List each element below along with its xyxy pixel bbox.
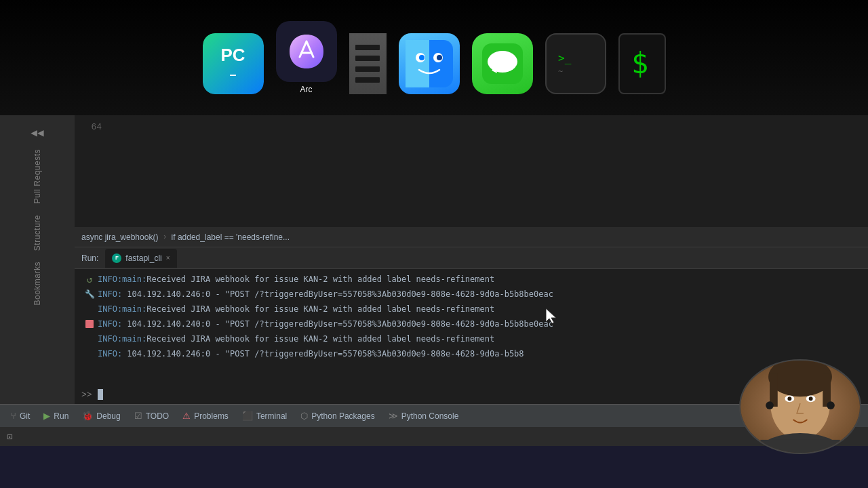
- code-editor: 64: [75, 115, 868, 227]
- code-content[interactable]: [108, 115, 868, 227]
- svg-point-24: [827, 401, 835, 409]
- rerun-icon[interactable]: ↺: [87, 274, 92, 285]
- prompt-symbol: >>: [81, 390, 92, 400]
- run-label: Run:: [81, 253, 98, 263]
- breadcrumb-bar: async jira_webhook() › if added_label ==…: [75, 227, 868, 247]
- dark-bottom: [0, 446, 868, 488]
- dock-item-arc[interactable]: Arc: [276, 21, 337, 94]
- dollar-icon: $: [618, 33, 666, 94]
- dock-item-finder[interactable]: [399, 33, 460, 94]
- dock-item-stacked[interactable]: [349, 33, 387, 94]
- toolbar-problems[interactable]: ⚠ Problems: [177, 407, 234, 425]
- terminal-icon: >_ ~: [545, 33, 606, 94]
- svg-point-20: [809, 396, 813, 401]
- dock-item-terminal[interactable]: >_ ~: [545, 33, 606, 94]
- toolbar-python-packages-label: Python Packages: [311, 411, 374, 421]
- console-gutter-4: [81, 320, 98, 328]
- dock-item-messages[interactable]: [472, 33, 533, 94]
- svg-point-6: [437, 55, 442, 60]
- line-numbers: 64: [75, 115, 108, 227]
- sidebar-tab-structure[interactable]: Structure: [30, 209, 45, 256]
- svg-point-23: [766, 401, 774, 409]
- webcam-face: [741, 361, 860, 453]
- console-line-4: INFO: 104.192.140.240:0 - "POST /?trigge…: [75, 317, 868, 331]
- expand-icon[interactable]: ⊡: [7, 431, 12, 443]
- todo-icon: ☑: [134, 411, 142, 421]
- console-line-3: INFO:main:Received JIRA webhook for issu…: [75, 302, 868, 317]
- wrench-icon: 🔧: [85, 289, 95, 300]
- console-gutter-2: 🔧: [81, 289, 98, 300]
- console-output: ↺ INFO:main:Received JIRA webhook for is…: [75, 269, 868, 396]
- console-line-6: INFO: 104.192.140.246:0 - "POST /?trigge…: [75, 346, 868, 361]
- toolbar-debug-label: Debug: [96, 411, 120, 421]
- breadcrumb-function: async jira_webhook(): [81, 232, 158, 242]
- bottom-toolbar: ⑂ Git ▶ Run 🐞 Debug ☑ TODO ⚠ Problems ⬛ …: [0, 404, 868, 427]
- git-icon: ⑂: [11, 411, 16, 421]
- svg-point-4: [419, 55, 425, 60]
- dock-items: PC– Arc: [189, 14, 679, 101]
- arc-label: Arc: [300, 85, 313, 94]
- run-tab-bar: Run: F fastapi_cli ×: [75, 247, 868, 269]
- toolbar-debug[interactable]: 🐞 Debug: [77, 407, 125, 425]
- console-text-5: INFO:main:Received JIRA webhook for issu…: [98, 334, 494, 344]
- dock-item-pycharm[interactable]: PC–: [203, 33, 264, 94]
- sidebar-tab-pull-requests[interactable]: Pull Requests: [30, 144, 45, 209]
- svg-text:>_: >_: [558, 52, 572, 64]
- console-text-4: INFO: 104.192.140.240:0 - "POST /?trigge…: [98, 319, 553, 329]
- svg-rect-2: [406, 40, 429, 87]
- console-line-2: 🔧 INFO: 104.192.140.246:0 - "POST /?trig…: [75, 287, 868, 302]
- console-line-5: INFO:main:Received JIRA webhook for issu…: [75, 331, 868, 346]
- console-text-3: INFO:main:Received JIRA webhook for issu…: [98, 304, 494, 314]
- python-packages-icon: ⬡: [300, 411, 308, 421]
- messages-icon: [472, 33, 533, 94]
- toolbar-run-label: Run: [54, 411, 68, 421]
- svg-text:$: $: [631, 47, 648, 80]
- prompt-cursor: [98, 389, 103, 400]
- stop-icon[interactable]: [85, 320, 94, 328]
- dock: PC– Arc: [0, 0, 868, 115]
- svg-text:~: ~: [558, 66, 563, 76]
- problems-icon: ⚠: [182, 411, 191, 421]
- console-text-2: INFO: 104.192.140.246:0 - "POST /?trigge…: [98, 289, 553, 299]
- toolbar-problems-label: Problems: [194, 411, 229, 421]
- run-icon: ▶: [43, 411, 50, 421]
- toolbar-python-console[interactable]: ≫ Python Console: [383, 407, 465, 425]
- toolbar-run[interactable]: ▶ Run: [38, 407, 74, 425]
- fastapi-icon: F: [112, 253, 121, 263]
- breadcrumb-condition: if added_label == 'needs-refine...: [172, 232, 290, 242]
- pycharm-icon: PC–: [203, 33, 264, 94]
- run-tab-close[interactable]: ×: [166, 254, 170, 262]
- svg-point-8: [488, 51, 517, 73]
- toolbar-todo-label: TODO: [146, 411, 169, 421]
- run-tab-name: fastapi_cli: [125, 253, 161, 263]
- console-gutter-1: ↺: [81, 274, 98, 285]
- finder-icon: [399, 33, 460, 94]
- sidebar-collapse-icon[interactable]: ◀◀: [31, 126, 43, 140]
- toolbar-python-packages[interactable]: ⬡ Python Packages: [295, 407, 380, 425]
- toolbar-git[interactable]: ⑂ Git: [5, 407, 35, 425]
- console-text-6: INFO: 104.192.140.246:0 - "POST /?trigge…: [98, 349, 524, 359]
- toolbar-todo[interactable]: ☑ TODO: [129, 407, 174, 425]
- python-console-icon: ≫: [389, 411, 398, 421]
- debug-icon: 🐞: [82, 411, 93, 421]
- sidebar-tab-bookmarks[interactable]: Bookmarks: [30, 256, 45, 311]
- dock-item-dollar[interactable]: $: [618, 33, 666, 94]
- toolbar-git-label: Git: [20, 411, 30, 421]
- status-bar: ⊡: [0, 427, 868, 446]
- toolbar-terminal[interactable]: ⬛ Terminal: [237, 407, 292, 425]
- toolbar-python-console-label: Python Console: [401, 411, 459, 421]
- arc-icon: [276, 21, 337, 82]
- terminal-toolbar-icon: ⬛: [242, 411, 253, 421]
- webcam-overlay: [739, 359, 861, 454]
- stacked-icon: [349, 33, 387, 94]
- toolbar-terminal-label: Terminal: [256, 411, 287, 421]
- run-tab-fastapi[interactable]: F fastapi_cli ×: [105, 249, 176, 268]
- line-number-64: 64: [75, 122, 102, 132]
- svg-point-19: [787, 396, 791, 401]
- console-line-1: ↺ INFO:main:Received JIRA webhook for is…: [75, 272, 868, 287]
- breadcrumb-separator: ›: [162, 232, 167, 242]
- console-text-1: INFO:main:Received JIRA webhook for issu…: [98, 274, 494, 284]
